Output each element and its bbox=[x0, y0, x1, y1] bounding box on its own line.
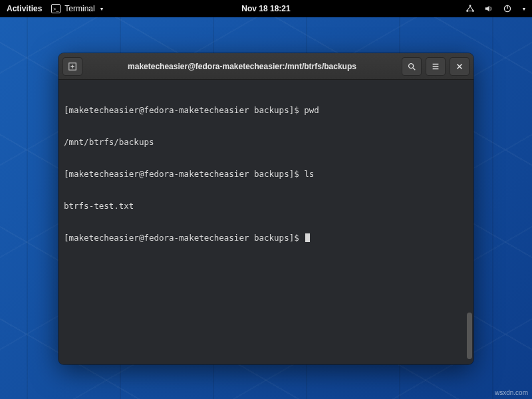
chevron-down-icon: ▾ bbox=[100, 6, 103, 12]
terminal-output[interactable]: [maketecheasier@fedora-maketecheasier ba… bbox=[59, 80, 473, 364]
watermark: wsxdn.com bbox=[495, 389, 528, 396]
close-button[interactable] bbox=[450, 57, 469, 76]
window-titlebar[interactable]: maketecheasier@fedora-maketecheasier:/mn… bbox=[59, 53, 473, 80]
terminal-line: [maketecheasier@fedora-maketecheasier ba… bbox=[64, 169, 468, 180]
terminal-line: [maketecheasier@fedora-maketecheasier ba… bbox=[64, 105, 468, 116]
volume-icon[interactable] bbox=[484, 4, 493, 13]
scrollbar[interactable] bbox=[467, 82, 472, 362]
system-menu-chevron-icon[interactable]: ▾ bbox=[523, 6, 525, 12]
cursor bbox=[305, 233, 310, 242]
search-button[interactable] bbox=[402, 57, 422, 76]
power-icon[interactable] bbox=[503, 4, 512, 13]
scrollbar-thumb[interactable] bbox=[467, 313, 472, 359]
terminal-line: btrfs-test.txt bbox=[64, 201, 468, 211]
menu-button[interactable] bbox=[426, 57, 446, 76]
new-tab-button[interactable] bbox=[63, 57, 82, 76]
app-menu-label: Terminal bbox=[65, 4, 94, 13]
terminal-window: maketecheasier@fedora-maketecheasier:/mn… bbox=[59, 53, 473, 364]
terminal-line: /mnt/btrfs/backups bbox=[64, 137, 468, 148]
window-title: maketecheasier@fedora-maketecheasier:/mn… bbox=[86, 62, 398, 71]
svg-rect-4 bbox=[507, 5, 507, 9]
top-panel: Activities Terminal ▾ Nov 18 18:21 ▾ bbox=[0, 0, 532, 17]
activities-button[interactable]: Activities bbox=[7, 4, 42, 13]
network-icon[interactable] bbox=[466, 4, 475, 13]
svg-point-6 bbox=[409, 63, 414, 68]
terminal-icon bbox=[51, 4, 61, 13]
terminal-line: [maketecheasier@fedora-maketecheasier ba… bbox=[64, 233, 468, 243]
app-menu[interactable]: Terminal ▾ bbox=[51, 4, 102, 13]
panel-clock[interactable]: Nov 18 18:21 bbox=[241, 4, 290, 13]
